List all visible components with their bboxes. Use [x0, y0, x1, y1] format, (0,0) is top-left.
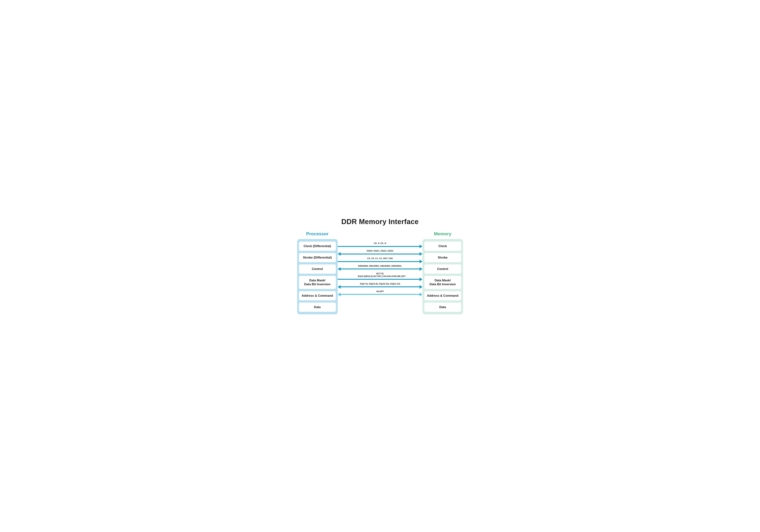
signal-label-datamask: DM0/DBI0, DM1/DBI1, DM2/DBI2, DM3/DBI3,	[358, 265, 402, 267]
arrow-head-right	[419, 278, 422, 281]
arrow-head-right	[419, 252, 422, 256]
memory-header: Memory	[422, 231, 463, 237]
memory-column: Memory Clock Strobe Control Data Mask/Da…	[422, 231, 463, 314]
signal-group-control: CS, C0, C1, C2, ODT, CKE	[338, 256, 422, 263]
arrow-alert	[338, 293, 422, 295]
memory-block-clock: Clock	[424, 242, 461, 251]
arrow-head-right	[419, 244, 422, 248]
arrow-head-left	[338, 285, 341, 289]
arrow-head-left	[338, 267, 341, 271]
arrow-clock	[338, 245, 422, 247]
arrow-line	[341, 294, 419, 295]
memory-block-datamask: Data Mask/Data Bit Inversion	[424, 276, 461, 289]
signal-group-alert: /ALERT	[338, 289, 422, 296]
arrow-head-right	[419, 285, 422, 289]
processor-column: Processor Clock (Differential) Strobe (D…	[297, 231, 338, 314]
signal-group-strobe: DQS0, DQS1, DQS2, DQS3	[338, 248, 422, 256]
signal-label-clock: CK_P, CK_N	[374, 242, 386, 245]
memory-block-strobe: Strobe	[424, 253, 461, 262]
arrow-data	[338, 286, 422, 288]
processor-block-data: Data	[299, 303, 336, 312]
arrow-line	[341, 269, 419, 269]
arrow-line	[338, 261, 419, 262]
processor-box: Clock (Differential) Strobe (Differentia…	[297, 239, 338, 314]
memory-block-addrcmd: Address & Command	[424, 291, 461, 300]
signal-label-addrcmd: A[17:0], BA[2:0]/BG[:0],/ACT,BC,CAS,RAS,…	[358, 272, 402, 278]
page-title: DDR Memory Interface	[297, 218, 463, 226]
arrow-strobe	[338, 253, 422, 255]
processor-block-datamask: Data Mask/Data Bit Inversion	[299, 276, 336, 289]
signal-group-data: DQ[7:0], DQ[15:8], DQ[16:23], DQ[31:24]	[338, 282, 422, 289]
arrow-addrcmd	[338, 279, 422, 280]
arrow-line	[338, 246, 419, 247]
memory-block-control: Control	[424, 264, 461, 274]
processor-block-strobe: Strobe (Differential)	[299, 253, 336, 262]
processor-header: Processor	[297, 231, 338, 237]
signal-group-datamask: DM0/DBI0, DM1/DBI1, DM2/DBI2, DM3/DBI3,	[338, 263, 422, 271]
arrow-line	[338, 279, 419, 280]
columns-wrapper: Processor Clock (Differential) Strobe (D…	[297, 231, 463, 314]
arrow-head-right	[419, 267, 422, 271]
processor-block-control: Control	[299, 264, 336, 274]
arrow-head-right	[419, 260, 422, 263]
memory-block-data: Data	[424, 303, 461, 312]
memory-box: Clock Strobe Control Data Mask/Data Bit …	[422, 239, 463, 314]
arrow-line	[341, 287, 419, 287]
arrow-line	[341, 253, 419, 254]
arrow-datamask	[338, 268, 422, 270]
signal-label-alert: /ALERT	[376, 290, 384, 293]
diagram-container: DDR Memory Interface Processor Clock (Di…	[297, 218, 463, 314]
processor-block-addrcmd: Address & Command	[299, 291, 336, 300]
arrow-head-left	[338, 252, 341, 256]
signal-group-clock: CK_P, CK_N	[338, 241, 422, 248]
signal-label-data: DQ[7:0], DQ[15:8], DQ[16:23], DQ[31:24]	[360, 283, 400, 285]
signals-column: CK_P, CK_N DQS0, DQS1, DQS2, DQS3 CS, C0…	[338, 231, 422, 296]
arrow-control	[338, 261, 422, 262]
arrow-head-right	[419, 292, 422, 296]
arrow-head-left	[338, 292, 341, 296]
signal-label-control: CS, C0, C1, C2, ODT, CKE	[367, 257, 393, 260]
signal-label-strobe: DQS0, DQS1, DQS2, DQS3	[367, 249, 393, 252]
processor-block-clock: Clock (Differential)	[299, 242, 336, 251]
signal-group-addrcmd: A[17:0], BA[2:0]/BG[:0],/ACT,BC,CAS,RAS,…	[338, 271, 422, 282]
